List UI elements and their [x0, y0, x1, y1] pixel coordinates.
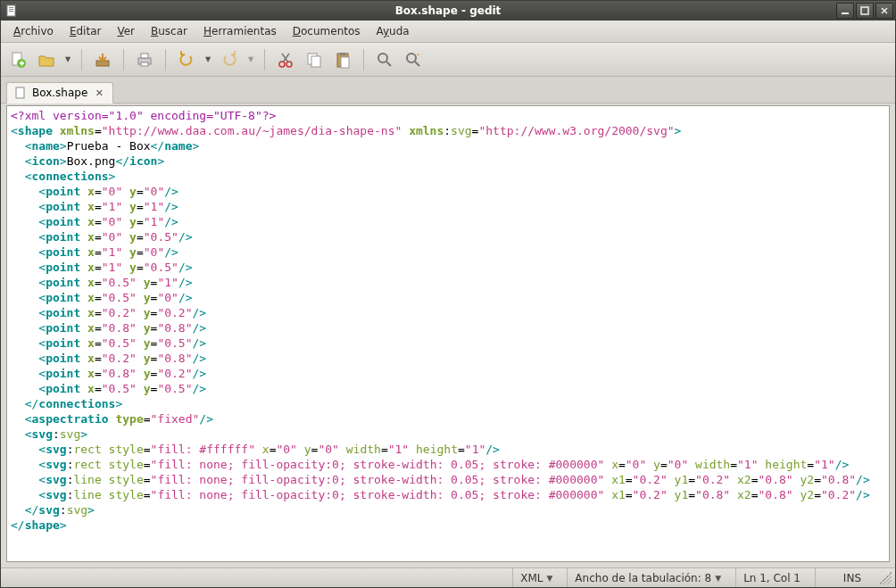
menu-buscar[interactable]: Buscar: [144, 22, 195, 40]
language-selector[interactable]: XML ▼: [512, 568, 560, 587]
svg-rect-23: [340, 53, 345, 55]
open-file-button[interactable]: [35, 48, 58, 71]
statusbar: XML ▼ Ancho de la tabulación: 8 ▼ Ln 1, …: [1, 567, 895, 587]
svg-rect-11: [21, 61, 23, 65]
svg-point-25: [378, 54, 387, 62]
menu-archivo[interactable]: Archivo: [6, 22, 61, 40]
tab-label: Box.shape: [32, 87, 87, 99]
paste-button[interactable]: [331, 48, 354, 71]
svg-rect-14: [141, 54, 148, 58]
window-title: Box.shape - gedit: [1, 4, 895, 17]
cursor-position: Ln 1, Col 1: [735, 568, 808, 587]
find-replace-button[interactable]: [402, 48, 425, 71]
undo-button[interactable]: [175, 48, 198, 71]
svg-point-27: [407, 54, 416, 62]
print-button[interactable]: [133, 48, 156, 71]
cut-button[interactable]: [274, 48, 297, 71]
menu-herramientas[interactable]: Herramientas: [196, 22, 284, 40]
file-icon: [14, 87, 27, 99]
menu-documentos[interactable]: Documentos: [286, 22, 368, 40]
app-window: Box.shape - gedit Archivo Editar Ver Bus…: [0, 0, 896, 588]
new-file-button[interactable]: [6, 48, 29, 71]
toolbar: ▼ ▼ ▼: [1, 43, 895, 77]
menu-ver[interactable]: Ver: [110, 22, 142, 40]
svg-rect-29: [16, 87, 24, 98]
tabbar: Box.shape ✕: [1, 77, 895, 104]
save-button[interactable]: [91, 48, 114, 71]
svg-line-28: [415, 62, 419, 66]
svg-rect-24: [341, 57, 349, 68]
menu-editar[interactable]: Editar: [62, 22, 109, 40]
menu-ayuda[interactable]: Ayuda: [369, 22, 417, 40]
code-editor[interactable]: <?xml version="1.0" encoding="UTF-8"?> <…: [6, 105, 890, 562]
redo-dropdown[interactable]: ▼: [246, 55, 255, 63]
copy-button[interactable]: [303, 48, 326, 71]
document-tab[interactable]: Box.shape ✕: [6, 82, 113, 104]
menubar: Archivo Editar Ver Buscar Herramientas D…: [1, 21, 895, 43]
open-dropdown[interactable]: ▼: [63, 55, 72, 63]
redo-button[interactable]: [218, 48, 241, 71]
svg-line-26: [386, 62, 391, 66]
find-button[interactable]: [373, 48, 396, 71]
svg-rect-15: [141, 62, 148, 66]
svg-point-17: [286, 62, 292, 67]
tab-close-icon[interactable]: ✕: [93, 87, 105, 99]
svg-rect-21: [311, 56, 320, 67]
undo-dropdown[interactable]: ▼: [203, 55, 212, 63]
svg-point-16: [279, 62, 285, 67]
titlebar[interactable]: Box.shape - gedit: [1, 1, 895, 21]
resize-grip[interactable]: [879, 572, 892, 584]
insert-mode[interactable]: INS: [815, 568, 868, 587]
tabwidth-selector[interactable]: Ancho de la tabulación: 8 ▼: [567, 568, 728, 587]
